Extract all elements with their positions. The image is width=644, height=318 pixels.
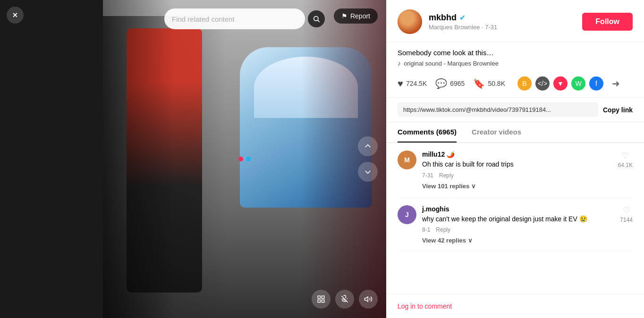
tabs-row: Comments (6965) Creator videos xyxy=(386,122,644,143)
report-button[interactable]: ⚑ Report xyxy=(334,8,378,24)
avatar xyxy=(398,9,422,34)
commenter-avatar: M xyxy=(398,151,416,169)
login-bar: Log in to comment xyxy=(386,294,644,318)
chevron-down-icon: ∨ xyxy=(471,183,476,190)
creator-header: mkbhd ✔ Marques Brownlee · 7-31 Follow xyxy=(386,0,644,42)
comment-count: 6965 xyxy=(450,80,465,87)
comment-like: ♡ 7144 xyxy=(620,205,633,244)
search-icon xyxy=(313,15,320,23)
comment-body: j.moghis why can't we keep the original … xyxy=(422,205,614,244)
bookmark-count: 50.8K xyxy=(488,80,505,87)
like-icon[interactable]: ♡ xyxy=(623,205,630,216)
commenter-username: millu12 🌶️ xyxy=(422,151,612,158)
mute-button[interactable] xyxy=(335,290,354,309)
grid-button[interactable] xyxy=(312,290,330,309)
close-button[interactable]: × xyxy=(7,7,24,24)
action-row: ♥ 724.5K 💬 6965 🔖 50.8K B </> ▼ W f ➜ xyxy=(386,72,644,98)
comment-meta: 7-31 Reply xyxy=(422,172,612,179)
comment-meta: 8-1 Reply xyxy=(422,226,614,233)
description-area: Somebody come look at this… ♪ original s… xyxy=(386,42,644,72)
copy-link-button[interactable]: Copy link xyxy=(603,106,633,114)
search-bar[interactable]: Find related content xyxy=(164,8,305,29)
comment-body: millu12 🌶️ Oh this car is built for road… xyxy=(422,151,612,190)
like-count: 7144 xyxy=(620,217,633,223)
sound-label: original sound - Marques Brownlee xyxy=(404,60,499,67)
reply-link[interactable]: Reply xyxy=(436,226,450,233)
reply-link[interactable]: Reply xyxy=(439,172,454,179)
svg-marker-7 xyxy=(365,297,368,302)
chevron-up-icon xyxy=(364,142,372,150)
svg-rect-5 xyxy=(322,300,324,302)
left-panel: × xyxy=(0,0,103,318)
link-row: https://www.tiktok.com/@mkbhd/video/7397… xyxy=(386,98,644,122)
nav-arrows xyxy=(358,136,378,182)
comment-date: 7-31 xyxy=(422,172,433,179)
commenter-avatar: J xyxy=(398,205,416,224)
report-label: Report xyxy=(350,12,370,20)
search-button[interactable] xyxy=(308,10,325,27)
dot-blue xyxy=(246,157,251,161)
volume-button[interactable] xyxy=(359,290,378,309)
video-panel: Find related content ⚑ Report xyxy=(103,0,386,318)
svg-rect-3 xyxy=(322,296,324,298)
like-icon[interactable]: ♡ xyxy=(621,151,629,161)
share-more-button[interactable]: ➜ xyxy=(612,78,620,89)
search-placeholder: Find related content xyxy=(172,15,297,23)
comment-icon: 💬 xyxy=(435,78,447,89)
svg-rect-4 xyxy=(318,300,320,302)
music-icon: ♪ xyxy=(398,59,401,67)
chevron-down-icon xyxy=(364,168,372,176)
like-count: 64.1K xyxy=(618,162,633,168)
report-icon: ⚑ xyxy=(341,12,347,20)
bookmark-action[interactable]: 🔖 50.8K xyxy=(473,78,505,89)
share-icons: B </> ▼ W f xyxy=(517,76,603,91)
share-embed-button[interactable]: </> xyxy=(535,76,550,91)
mute-icon xyxy=(340,295,349,303)
comment-item: M millu12 🌶️ Oh this car is built for ro… xyxy=(398,143,633,198)
chevron-down-icon: ∨ xyxy=(468,237,473,244)
share-tiktok-button[interactable]: ▼ xyxy=(553,76,568,91)
dot-indicators xyxy=(238,157,251,161)
right-panel: mkbhd ✔ Marques Brownlee · 7-31 Follow S… xyxy=(386,0,644,318)
comment-text: why can't we keep the original design ju… xyxy=(422,215,614,224)
creator-username: mkbhd xyxy=(429,13,457,23)
dot-red xyxy=(238,157,243,161)
svg-rect-2 xyxy=(318,296,320,298)
creator-meta: Marques Brownlee · 7-31 xyxy=(429,24,576,31)
share-whatsapp-button[interactable]: W xyxy=(571,76,585,91)
comments-list: M millu12 🌶️ Oh this car is built for ro… xyxy=(386,143,644,294)
heart-icon: ♥ xyxy=(398,78,403,89)
volume-icon xyxy=(364,295,373,303)
bookmark-icon: 🔖 xyxy=(473,78,485,89)
like-count: 724.5K xyxy=(406,80,427,87)
grid-icon xyxy=(317,295,325,303)
comment-item: J j.moghis why can't we keep the origina… xyxy=(398,198,633,252)
scroll-down-button[interactable] xyxy=(358,162,378,182)
tab-creator-videos[interactable]: Creator videos xyxy=(472,122,521,142)
video-link: https://www.tiktok.com/@mkbhd/video/7397… xyxy=(398,102,598,117)
comment-action[interactable]: 💬 6965 xyxy=(435,78,465,89)
comment-date: 8-1 xyxy=(422,226,430,233)
share-bitcoin-button[interactable]: B xyxy=(517,76,532,91)
video-description: Somebody come look at this… xyxy=(398,49,633,57)
view-replies-button[interactable]: View 42 replies ∨ xyxy=(422,237,614,244)
follow-button[interactable]: Follow xyxy=(582,13,633,31)
verified-icon: ✔ xyxy=(459,13,466,22)
tab-comments[interactable]: Comments (6965) xyxy=(398,122,457,142)
search-overlay: Find related content xyxy=(164,8,325,29)
bottom-controls xyxy=(312,290,378,309)
view-replies-button[interactable]: View 101 replies ∨ xyxy=(422,183,612,190)
svg-line-1 xyxy=(318,20,320,22)
sound-row: ♪ original sound - Marques Brownlee xyxy=(398,59,633,67)
commenter-username: j.moghis xyxy=(422,205,614,213)
login-link[interactable]: Log in to comment xyxy=(398,302,452,310)
creator-info: mkbhd ✔ Marques Brownlee · 7-31 xyxy=(429,13,576,31)
svg-point-0 xyxy=(314,17,318,21)
comment-text: Oh this car is built for road trips xyxy=(422,160,612,169)
share-facebook-button[interactable]: f xyxy=(589,76,603,91)
comment-like: ♡ 64.1K xyxy=(618,151,633,190)
like-action[interactable]: ♥ 724.5K xyxy=(398,78,427,89)
close-icon: × xyxy=(13,10,18,20)
scroll-up-button[interactable] xyxy=(358,136,378,156)
